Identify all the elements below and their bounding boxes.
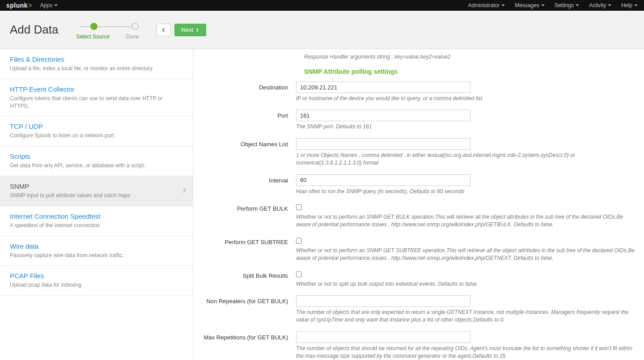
sidebar-item-title: Internet Connection Speedtest <box>10 212 183 220</box>
get-subtree-checkbox[interactable] <box>296 238 302 244</box>
logo[interactable]: splunk> <box>6 2 32 9</box>
back-button[interactable] <box>157 24 171 36</box>
apps-menu[interactable]: Apps <box>40 2 58 8</box>
main-content: Files & Directories Upload a file, index… <box>0 49 644 360</box>
max-reps-help: The number of objects that should be ret… <box>296 345 635 360</box>
sidebar-item-title: Files & Directories <box>10 55 183 63</box>
wizard-node-select-source <box>90 23 97 30</box>
caret-down-icon <box>541 4 545 6</box>
wizard-steps: Select Source Done <box>76 20 139 40</box>
get-subtree-help: Whether or not to perform an SNMP GET SU… <box>296 247 635 263</box>
topbar-right: Administrator Messages Settings Activity… <box>468 2 638 8</box>
help-menu[interactable]: Help <box>621 2 638 8</box>
sidebar-item-wire-data[interactable]: Wire data Passively capture wire data fr… <box>0 236 193 266</box>
sidebar-item-desc: Upload pcap data for indexing. <box>10 281 183 289</box>
caret-down-icon <box>576 4 579 6</box>
response-handler-args-help: Response Handler arguments string , key=… <box>304 54 635 60</box>
sidebar-item-title: Scripts <box>10 152 183 160</box>
page-header: Add Data Select Source Done Next <box>0 11 644 49</box>
row-destination: Destination IP or hostname of the device… <box>202 81 635 107</box>
destination-label: Destination <box>202 81 296 91</box>
sidebar-item-files-directories[interactable]: Files & Directories Upload a file, index… <box>0 49 193 79</box>
destination-input[interactable] <box>296 81 470 93</box>
split-bulk-label: Split Bulk Results <box>202 270 296 279</box>
topbar: splunk> Apps Administrator Messages Sett… <box>0 0 644 11</box>
page-title: Add Data <box>10 23 58 37</box>
sidebar-item-desc: Configure tokens that clients can use to… <box>10 95 183 110</box>
non-repeaters-help: The number of objects that are only expe… <box>296 309 635 324</box>
messages-menu[interactable]: Messages <box>515 2 545 8</box>
sidebar-item-desc: A speedtest of the Internet connection <box>10 222 183 229</box>
max-reps-input[interactable] <box>296 331 470 343</box>
sidebar-item-desc: SNMP input to poll attribute values and … <box>10 192 183 199</box>
sidebar-item-desc: Passively capture wire data from network… <box>10 252 183 259</box>
wizard-node-done <box>131 23 139 30</box>
interval-input[interactable] <box>296 174 470 186</box>
port-label: Port <box>202 110 296 119</box>
row-object-names: Object Names List 1 or more Objects Name… <box>202 138 635 172</box>
row-interval: Interval How often to run the SNMP query… <box>202 174 635 200</box>
caret-down-icon <box>608 4 611 6</box>
object-names-label: Object Names List <box>202 138 296 148</box>
row-split-bulk: Split Bulk Results Whether or not to spl… <box>202 270 635 292</box>
sidebar-item-desc: Upload a file, index a local file, or mo… <box>10 65 183 72</box>
non-repeaters-label: Non Repeaters (for GET BULK) <box>202 295 296 305</box>
sidebar-item-title: HTTP Event Collector <box>10 85 183 93</box>
wizard-label-done: Done <box>126 34 139 40</box>
get-bulk-label: Perform GET BULK <box>202 203 296 212</box>
section-polling-settings: SNMP Attribute polling settings <box>304 68 635 75</box>
wizard-label-select-source: Select Source <box>76 34 110 40</box>
administrator-menu[interactable]: Administrator <box>468 2 505 8</box>
caret-down-icon <box>501 4 505 6</box>
topbar-left: splunk> Apps <box>6 2 58 9</box>
chevron-right-icon <box>195 28 199 32</box>
split-bulk-help: Whether or not to split up bulk output i… <box>296 280 635 288</box>
sidebar-item-scripts[interactable]: Scripts Get data from any API, service, … <box>0 146 193 176</box>
get-bulk-help: Whether or not to perform an SNMP GET BU… <box>296 213 635 229</box>
sidebar-item-http-event-collector[interactable]: HTTP Event Collector Configure tokens th… <box>0 79 193 117</box>
form-area: Response Handler arguments string , key=… <box>193 49 644 360</box>
sidebar-item-snmp[interactable]: SNMP SNMP input to poll attribute values… <box>0 176 193 206</box>
get-bulk-checkbox[interactable] <box>296 204 302 210</box>
non-repeaters-input[interactable] <box>296 295 470 307</box>
next-button[interactable]: Next <box>174 24 206 36</box>
row-non-repeaters: Non Repeaters (for GET BULK) The number … <box>202 295 635 329</box>
sidebar-item-title: SNMP <box>10 182 183 190</box>
sidebar-item-desc: Configure Splunk to listen on a network … <box>10 132 183 140</box>
sidebar-item-tcp-udp[interactable]: TCP / UDP Configure Splunk to listen on … <box>0 116 193 146</box>
chevron-left-icon <box>161 28 166 32</box>
max-reps-label: Max Repetitions (for GET BULK) <box>202 331 296 341</box>
sidebar: Files & Directories Upload a file, index… <box>0 49 193 360</box>
row-get-bulk: Perform GET BULK Whether or not to perfo… <box>202 203 635 233</box>
object-names-help: 1 or more Objects Names , comma delimite… <box>296 152 635 167</box>
activity-menu[interactable]: Activity <box>589 2 611 8</box>
port-input[interactable] <box>296 110 470 121</box>
sidebar-item-internet-speedtest[interactable]: Internet Connection Speedtest A speedtes… <box>0 206 193 236</box>
sidebar-item-pcap-files[interactable]: PCAP Files Upload pcap data for indexing… <box>0 266 193 296</box>
interval-label: Interval <box>202 174 296 184</box>
port-help: The SNMP port. Defaults to 161 <box>296 123 635 131</box>
sidebar-item-desc: Get data from any API, service, or datab… <box>10 162 183 169</box>
get-subtree-label: Perform GET SUBTREE <box>202 236 296 246</box>
destination-help: IP or hostname of the device you would l… <box>296 95 635 102</box>
sidebar-item-title: Wire data <box>10 242 183 250</box>
caret-down-icon <box>54 4 58 6</box>
object-names-input[interactable] <box>296 138 470 150</box>
sidebar-item-title: TCP / UDP <box>10 123 183 130</box>
interval-help: How often to run the SNMP query (in seco… <box>296 188 635 195</box>
header-buttons: Next <box>157 24 206 36</box>
row-port: Port The SNMP port. Defaults to 161 <box>202 110 635 135</box>
row-get-subtree: Perform GET SUBTREE Whether or not to pe… <box>202 236 635 267</box>
row-max-reps: Max Repetitions (for GET BULK) The numbe… <box>202 331 635 360</box>
caret-down-icon <box>634 4 638 6</box>
settings-menu[interactable]: Settings <box>555 2 579 8</box>
sidebar-item-title: PCAP Files <box>10 272 183 280</box>
split-bulk-checkbox[interactable] <box>296 271 302 277</box>
chevron-right-icon <box>182 187 186 195</box>
